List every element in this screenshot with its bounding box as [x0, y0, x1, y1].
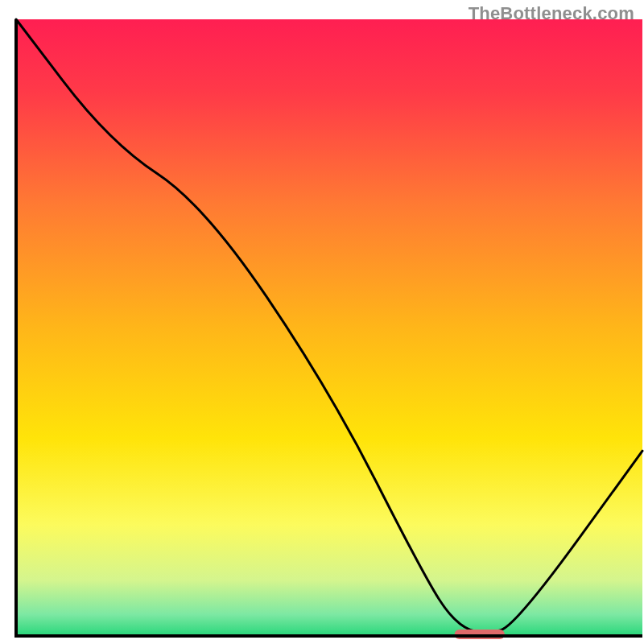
bottleneck-chart: TheBottleneck.com: [0, 0, 644, 644]
chart-canvas: [0, 0, 644, 644]
watermark-text: TheBottleneck.com: [469, 3, 634, 24]
plot-background: [16, 19, 642, 636]
